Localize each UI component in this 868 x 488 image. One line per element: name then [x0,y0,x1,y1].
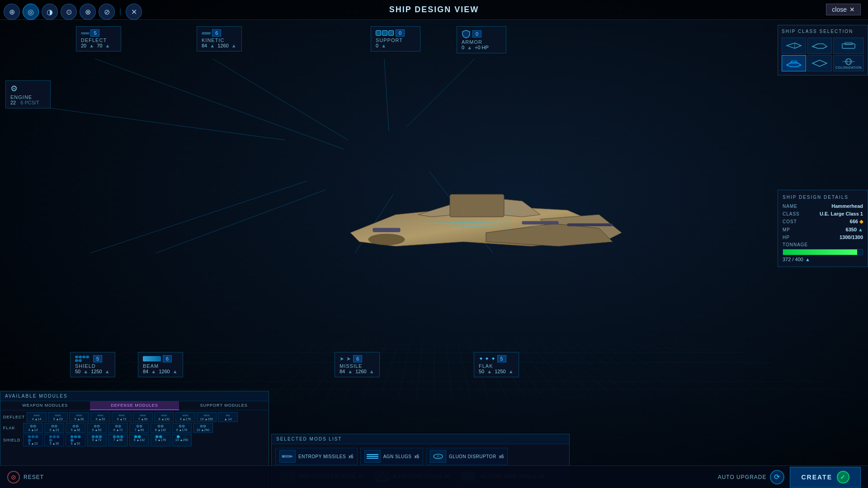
flak-item-2[interactable]: ⚙⚙5 ▲23 [44,423,64,433]
ship-class-title: SHIP CLASS SELECTION [782,29,864,34]
armor-values: 0▲+0 HP [462,45,501,50]
shield-label: SHIELD [75,363,110,369]
engine-indicator: ⚙ ENGINE 226 PCS/T [5,80,51,108]
shield-item-6[interactable]: 8 ▲132 [129,434,149,446]
deflect-count: 5 [90,29,99,37]
name-label: NAME [783,204,797,209]
flak-item-8[interactable]: ⚙⚙9 ▲176 [172,423,192,433]
flak-item-1[interactable]: ⚙⚙4 ▲14 [23,423,43,433]
mod-gluon-disruptor[interactable]: GLUON DISRUPTOR x6 [426,448,508,465]
svg-rect-24 [567,224,613,226]
flak-item-7[interactable]: ⚙⚙8 ▲132 [151,423,170,433]
flak-item-4[interactable]: ⚙⚙6 ▲50 [87,423,107,433]
mod-entropy-missiles[interactable]: ENTROPY MISSILES x6 [275,448,358,465]
shield-item-3[interactable]: 6 ▲50 [66,434,85,446]
ship-class-fighter[interactable] [782,38,806,54]
support-modules-tab[interactable]: SUPPORT MODULES [179,401,269,410]
missile-values: 84▲1260▲ [340,369,375,374]
kinetic-label: KINETIC [202,38,237,43]
flak-item-6[interactable]: ⚙⚙7 ▲90 [129,423,149,433]
deflect-item-3[interactable]: ≈≈≈5 ▲36 [69,412,89,422]
hp-value: 1300/1300 [840,235,863,240]
design-details-panel: SHIP DESIGN DETAILS NAME Hammerhead CLAS… [778,190,868,267]
ship-class-destroyer[interactable] [807,55,832,71]
shield-item-7[interactable]: 9 ▲176 [151,434,170,446]
modules-tabs: WEAPON MODULES DEFENSE MODULES SUPPORT M… [0,401,269,410]
ship-class-colonization[interactable]: COLONIZATION [833,55,864,71]
flak-item-9[interactable]: ⚙⚙10 ▲250 [193,423,213,433]
svg-point-14 [368,234,405,245]
gluon-disruptor-count: x6 [499,454,504,459]
ship-class-carrier[interactable] [782,55,806,71]
shield-indicator: 5 SHIELD 50▲1250▲ [70,352,115,377]
close-label: close [832,6,847,13]
flak-count: 5 [497,355,506,362]
reset-icon: ⊘ [7,471,20,483]
hp-row: HP 1300/1300 [783,235,863,240]
ship-class-battleship[interactable] [833,38,864,54]
nav-home-icon[interactable]: ⊕ [4,4,20,20]
shield-item-4[interactable]: 6 ▲72 [87,434,107,446]
deflect-item-6[interactable]: ≈≈≈7 ▲90 [133,412,153,422]
ship-class-cruiser[interactable] [807,38,832,54]
nav-close-icon[interactable]: ✕ [126,4,142,20]
shield-item-1[interactable]: 5 ▲23 [23,434,43,446]
defense-modules-tab[interactable]: DEFENSE MODULES [90,401,179,410]
deflect-item-8[interactable]: ≈≈≈9 ▲176 [175,412,195,422]
deflect-label: DEFLECT [81,38,116,43]
deflect-item-2[interactable]: ≈≈≈5 ▲23 [48,412,68,422]
engine-values: 226 PCS/T [10,100,46,105]
action-bar: ⊘ RESET AUTO UPGRADE ⟳ CREATE ✓ [0,465,868,488]
right-actions: AUTO UPGRADE ⟳ CREATE ✓ [718,467,861,488]
deflect-item-1[interactable]: ≈≈≈4 ▲14 [27,412,47,422]
shield-items: 5 ▲23 5 ▲36 [23,434,192,446]
support-values: 0▲ [376,43,415,48]
class-label: CLASS [783,211,800,216]
ship-silhouette [305,151,622,296]
shield-item-5[interactable]: 7 ▲90 [108,434,128,446]
beam-label: BEAM [143,363,178,369]
reset-label: RESET [24,474,44,480]
mp-value: 6350 ▲ [846,227,863,232]
nav-fleet-icon[interactable]: ⊗ [80,4,96,20]
close-button[interactable]: close ✕ [826,4,861,15]
weapon-modules-tab[interactable]: WEAPON MODULES [0,401,90,410]
missile-indicator: ➤ ➤ 6 MISSILE 84▲1260▲ [335,352,380,377]
create-button[interactable]: CREATE ✓ [790,467,861,488]
beam-values: 84▲1260▲ [143,369,178,374]
svg-rect-22 [373,228,400,232]
shield-item-8[interactable]: 10 ▲250 [172,434,192,446]
auto-upgrade-button[interactable]: AUTO UPGRADE ⟳ [718,470,785,484]
flak-item-5[interactable]: ⚙⚙6 ▲72 [108,423,128,433]
flak-items: ⚙⚙4 ▲14 ⚙⚙5 ▲23 ⚙⚙5 ▲36 ⚙⚙6 ▲50 ⚙⚙6 ▲72 … [23,423,213,433]
nav-planet-icon[interactable]: ⊘ [99,4,115,20]
deflect-item-4[interactable]: ≈≈≈6 ▲50 [90,412,110,422]
modules-content: DEFLECT ≈≈≈4 ▲14 ≈≈≈5 ▲23 ≈≈≈5 ▲36 ≈≈≈6 … [0,410,269,448]
nav-settings-icon[interactable]: ⊙ [61,4,77,20]
deflect-item-10[interactable]: ≈≈▲ 14 [218,412,238,422]
deflect-row: DEFLECT ≈≈≈4 ▲14 ≈≈≈5 ▲23 ≈≈≈5 ▲36 ≈≈≈6 … [3,412,266,422]
auto-upgrade-label: AUTO UPGRADE [718,474,767,480]
flak-label: FLAK [479,363,514,369]
mod-agn-slugs[interactable]: AGN SLUGS x6 [360,448,423,465]
reset-button[interactable]: ⊘ RESET [7,471,44,483]
nav-map-icon[interactable]: ◑ [42,4,58,20]
entropy-missiles-icon [279,450,296,463]
armor-label: ARMOR [462,39,501,45]
flak-item-3[interactable]: ⚙⚙5 ▲36 [66,423,85,433]
deflect-item-5[interactable]: ≈≈≈6 ▲72 [112,412,132,422]
entropy-missiles-name: ENTROPY MISSILES [298,454,346,459]
cost-label: COST [783,219,797,224]
deflect-item-9[interactable]: ≈≈≈10 ▲250 [197,412,217,422]
flak-values: 50▲1250▲ [479,369,514,374]
shield-item-2[interactable]: 5 ▲36 [44,434,64,446]
flak-indicator: ✦ ✦ ✦ 5 FLAK 50▲1250▲ [474,352,519,377]
deflect-item-7[interactable]: ≈≈≈8 ▲132 [154,412,174,422]
svg-rect-31 [791,61,797,63]
deflect-values: 20▲70▲ [81,43,116,48]
svg-point-38 [283,455,284,457]
beam-count: 6 [163,355,172,362]
nav-search-icon[interactable]: ◎ [23,4,39,20]
selected-mods-header: SELECTED MODS LIST [272,434,569,444]
tonnage-text: 372 / 400▲ [783,257,863,262]
